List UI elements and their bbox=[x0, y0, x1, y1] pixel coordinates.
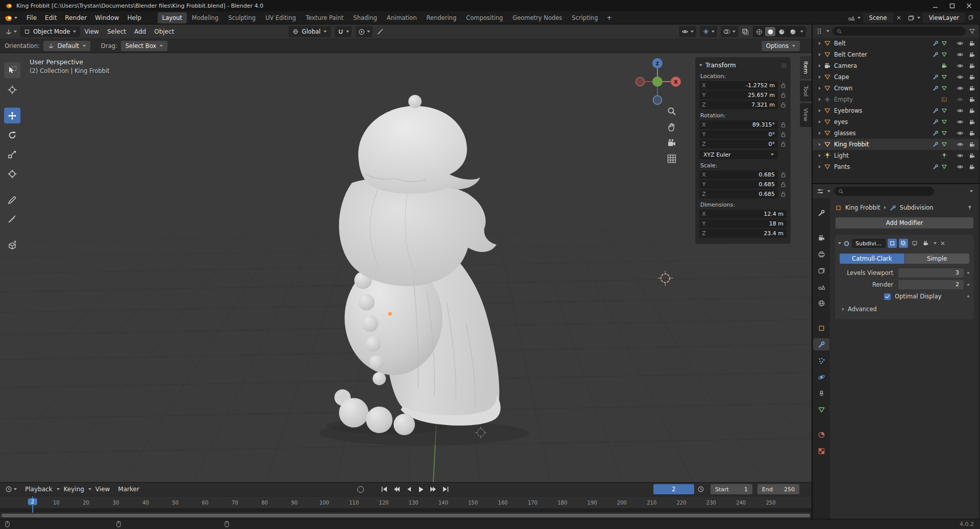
minimize-button[interactable] bbox=[933, 3, 938, 9]
proportional-edit-toggle[interactable] bbox=[356, 26, 373, 37]
move-tool-icon[interactable] bbox=[4, 108, 20, 123]
modifier-render-toggle-icon[interactable] bbox=[921, 239, 930, 248]
location-x-field[interactable]: X-1.2752 m bbox=[699, 81, 778, 90]
scene-icon[interactable] bbox=[848, 14, 855, 21]
playhead-badge[interactable]: 2 bbox=[28, 498, 37, 505]
close-button[interactable] bbox=[966, 3, 972, 9]
animate-dot-icon[interactable] bbox=[967, 284, 969, 286]
outliner-row-camera[interactable]: Camera bbox=[813, 60, 979, 71]
modifier-wrench-icon[interactable] bbox=[933, 164, 939, 170]
properties-tab-render-icon[interactable] bbox=[813, 232, 829, 244]
play-reverse-button[interactable] bbox=[403, 485, 414, 494]
menu-window[interactable]: Window bbox=[91, 13, 123, 23]
lock-icon[interactable] bbox=[780, 191, 787, 197]
transform-orientation-selector[interactable]: Global bbox=[288, 26, 331, 37]
workspace-tab-rendering[interactable]: Rendering bbox=[422, 12, 461, 23]
location-y-field[interactable]: Y25.657 m bbox=[699, 91, 778, 99]
viewport-navigation-gizmo[interactable]: Z X bbox=[633, 56, 682, 105]
rotate-tool-icon[interactable] bbox=[4, 127, 20, 143]
scene-selector[interactable]: Scene bbox=[863, 13, 893, 23]
modifier-wrench-icon[interactable] bbox=[933, 40, 939, 46]
menu-edit[interactable]: Edit bbox=[41, 13, 61, 23]
mesh-data-icon[interactable] bbox=[941, 108, 947, 114]
menu-select[interactable]: Select bbox=[103, 26, 130, 37]
outliner-item-label[interactable]: Light bbox=[834, 152, 849, 159]
hide-in-viewport-eye-icon[interactable] bbox=[957, 51, 964, 58]
measure-tool-icon[interactable] bbox=[4, 211, 20, 227]
scrollbar-thumb[interactable] bbox=[2, 514, 810, 517]
modifier-edit-mode-toggle-icon[interactable] bbox=[888, 239, 897, 248]
mode-selector[interactable]: Object Mode bbox=[20, 26, 80, 37]
modifier-wrench-icon[interactable] bbox=[933, 130, 939, 136]
dimensions-y-field[interactable]: Y18 m bbox=[699, 219, 787, 228]
image-data-icon[interactable] bbox=[941, 96, 947, 103]
zoom-icon[interactable] bbox=[667, 106, 677, 116]
outliner-item-label[interactable]: Crown bbox=[834, 85, 852, 92]
delete-modifier-icon[interactable] bbox=[940, 240, 946, 246]
shading-wireframe-icon[interactable] bbox=[754, 27, 764, 36]
add-cube-tool-icon[interactable] bbox=[4, 237, 20, 253]
outliner-item-label[interactable]: King Frobbit bbox=[834, 141, 869, 148]
properties-tab-particles-icon[interactable] bbox=[813, 355, 829, 367]
auto-keying-toggle-icon[interactable] bbox=[357, 486, 364, 493]
scale-y-field[interactable]: Y0.685 bbox=[699, 180, 778, 189]
lock-icon[interactable] bbox=[780, 121, 787, 128]
viewport-3d-scene[interactable] bbox=[0, 53, 812, 482]
properties-tab-modifiers-icon[interactable] bbox=[813, 338, 829, 350]
menu-marker[interactable]: Marker bbox=[114, 484, 143, 495]
expand-arrow-icon[interactable] bbox=[819, 109, 821, 112]
mesh-data-icon[interactable] bbox=[941, 74, 947, 80]
disable-in-render-camera-icon[interactable] bbox=[969, 85, 975, 92]
add-modifier-button[interactable]: Add Modifier bbox=[836, 217, 973, 229]
show-object-types-dropdown[interactable] bbox=[679, 26, 696, 37]
expand-arrow-icon[interactable] bbox=[819, 143, 821, 146]
outliner-row-cape[interactable]: Cape bbox=[813, 71, 979, 83]
play-button[interactable] bbox=[415, 485, 426, 494]
options-dropdown[interactable]: Options bbox=[762, 41, 800, 51]
modifier-wrench-icon[interactable] bbox=[933, 119, 939, 125]
jump-to-end-button[interactable] bbox=[440, 485, 451, 494]
dimensions-y-value[interactable]: 18 m bbox=[708, 220, 787, 227]
chevron-down-icon[interactable] bbox=[970, 190, 973, 192]
viewport-3d[interactable]: User Perspective (2) Collection | King F… bbox=[0, 53, 812, 482]
mesh-data-icon[interactable] bbox=[941, 164, 947, 170]
scale-x-field[interactable]: X0.685 bbox=[699, 170, 778, 179]
breadcrumb-modifier[interactable]: Subdivision bbox=[900, 204, 934, 211]
disable-in-render-camera-icon[interactable] bbox=[969, 63, 975, 69]
sidebar-tab-tool[interactable]: Tool bbox=[800, 81, 812, 102]
use-preview-range-icon[interactable] bbox=[697, 486, 704, 493]
menu-keying[interactable]: Keying bbox=[60, 484, 88, 495]
outliner-row-eyebrows[interactable]: Eyebrows bbox=[813, 105, 979, 116]
workspace-tab-modeling[interactable]: Modeling bbox=[187, 12, 223, 23]
properties-tab-object-data-icon[interactable] bbox=[813, 404, 829, 416]
workspace-tab-scripting[interactable]: Scripting bbox=[567, 12, 602, 23]
chevron-down-icon[interactable] bbox=[14, 31, 17, 33]
dimensions-x-field[interactable]: X12.4 m bbox=[699, 210, 787, 218]
overlays-dropdown[interactable] bbox=[721, 26, 738, 37]
pin-icon[interactable] bbox=[967, 205, 973, 211]
workspace-tab-compositing[interactable]: Compositing bbox=[461, 12, 507, 23]
gizmo-y-axis[interactable] bbox=[652, 77, 663, 87]
scale-tool-icon[interactable] bbox=[4, 146, 20, 162]
chevron-down-icon[interactable] bbox=[826, 30, 829, 32]
hide-in-viewport-eye-icon[interactable] bbox=[957, 62, 964, 69]
chevron-down-icon[interactable] bbox=[14, 488, 17, 490]
menu-file[interactable]: File bbox=[22, 13, 41, 23]
workspace-tab-animation[interactable]: Animation bbox=[382, 12, 422, 23]
mesh-data-icon[interactable] bbox=[941, 40, 947, 46]
modifier-wrench-icon[interactable] bbox=[933, 141, 939, 147]
disable-in-render-camera-icon[interactable] bbox=[969, 141, 975, 148]
menu-view[interactable]: View bbox=[80, 26, 103, 37]
cursor-tool-icon[interactable] bbox=[4, 82, 20, 97]
hide-in-viewport-eye-icon[interactable] bbox=[957, 107, 964, 114]
expand-arrow-icon[interactable] bbox=[819, 120, 821, 123]
rotation-z-value[interactable]: 0° bbox=[708, 141, 778, 147]
blender-menu-button[interactable] bbox=[4, 14, 17, 22]
modifier-wrench-icon[interactable] bbox=[933, 74, 939, 80]
lock-icon[interactable] bbox=[780, 141, 787, 147]
menu-object[interactable]: Object bbox=[150, 26, 178, 37]
dimensions-z-field[interactable]: Z23.4 m bbox=[699, 229, 787, 238]
outliner-item-label[interactable]: Pants bbox=[834, 163, 850, 170]
properties-tab-view-layer-icon[interactable] bbox=[813, 264, 829, 276]
mesh-data-icon[interactable] bbox=[941, 52, 947, 58]
